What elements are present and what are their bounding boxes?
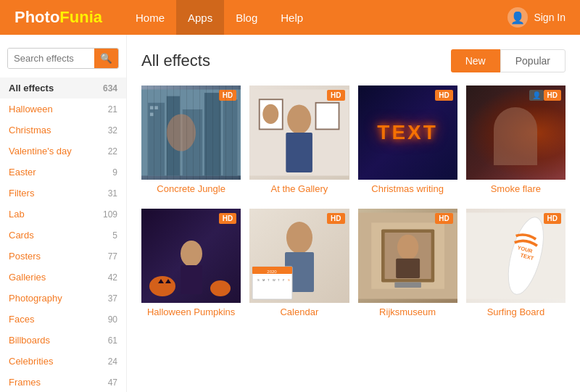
svg-rect-4 — [204, 93, 221, 175]
effect-card-rijksmuseum[interactable]: HD Rijksmuseum — [358, 209, 457, 323]
sidebar-item-count: 9 — [112, 167, 117, 178]
user-icon: 👤 — [508, 7, 528, 28]
sign-in-button[interactable]: 👤 Sign In — [508, 7, 566, 28]
sidebar-item-posters[interactable]: Posters 77 — [0, 246, 126, 267]
svg-rect-3 — [183, 109, 202, 176]
hd-badge: HD — [219, 213, 236, 224]
nav-apps[interactable]: Apps — [176, 0, 224, 35]
sidebar-item-billboards[interactable]: Billboards 61 — [0, 330, 126, 351]
effect-name: Calendar — [249, 306, 349, 323]
search-input[interactable] — [8, 49, 94, 68]
effect-card-smoke-flare[interactable]: HD 👤 Smoke flare — [466, 86, 566, 200]
svg-rect-5 — [223, 99, 238, 175]
sidebar-item-count: 90 — [108, 314, 117, 325]
effect-name: Surfing Board — [466, 306, 566, 323]
svg-rect-2 — [167, 96, 180, 176]
sidebar-item-filters[interactable]: Filters 31 — [0, 183, 126, 204]
sidebar-item-count: 22 — [108, 146, 117, 157]
hd-badge: HD — [327, 90, 344, 101]
effect-name: Rijksmuseum — [358, 306, 457, 323]
svg-rect-0 — [141, 90, 241, 176]
effect-card-calendar[interactable]: 2020 S M T W T F S HD — [249, 209, 349, 323]
effect-thumbnail: TEXT HD — [358, 86, 457, 180]
search-box[interactable]: 🔍 — [7, 48, 119, 69]
sidebar-item-photography[interactable]: Photography 37 — [0, 288, 126, 309]
new-button[interactable]: New — [451, 49, 500, 72]
person-badge: 👤 — [529, 90, 544, 101]
popular-button[interactable]: Popular — [500, 49, 566, 72]
hd-badge: HD — [544, 213, 561, 224]
sidebar-item-label: Christmas — [9, 125, 51, 135]
main-nav: Home Apps Blog Help — [124, 0, 508, 35]
effect-card-concrete-jungle[interactable]: HD Concrete Jungle — [141, 86, 241, 200]
logo-photo: Photo — [14, 8, 59, 27]
sidebar-item-label: Lab — [9, 209, 25, 220]
sidebar-item-celebrities[interactable]: Celebrities 24 — [0, 351, 126, 372]
sidebar-item-frames[interactable]: Frames 47 — [0, 372, 126, 392]
sidebar-item-count: 109 — [103, 209, 117, 220]
sidebar-item-label: All effects — [9, 83, 54, 93]
sidebar-item-label: Billboards — [9, 335, 50, 346]
svg-rect-17 — [181, 265, 202, 294]
effect-name: Smoke flare — [466, 183, 566, 200]
svg-rect-12 — [286, 133, 313, 172]
sidebar-item-label: Cards — [9, 230, 34, 241]
sidebar-item-count: 31 — [108, 188, 117, 199]
effect-card-christmas-writing[interactable]: TEXT HD Christmas writing — [358, 86, 457, 200]
effect-thumbnail: HD 👤 — [466, 86, 566, 180]
sidebar-item-all-effects[interactable]: All effects 634 — [0, 78, 126, 99]
sidebar-item-lab[interactable]: Lab 109 — [0, 204, 126, 225]
sidebar-item-count: 37 — [108, 293, 117, 304]
sidebar-item-christmas[interactable]: Christmas 32 — [0, 120, 126, 141]
svg-rect-8 — [150, 113, 154, 117]
sidebar-item-count: 24 — [108, 356, 117, 367]
effects-grid: HD Concrete Jungle — [141, 86, 566, 323]
nav-help[interactable]: Help — [269, 0, 315, 35]
svg-point-9 — [167, 114, 196, 151]
svg-rect-7 — [154, 106, 158, 109]
sidebar-item-label: Faces — [9, 314, 34, 325]
svg-point-15 — [263, 104, 279, 124]
svg-point-16 — [181, 241, 202, 267]
logo[interactable]: PhotoFunia — [14, 8, 102, 27]
main-header: All effects New Popular — [141, 49, 566, 72]
sort-buttons: New Popular — [451, 49, 566, 72]
hd-badge: HD — [435, 213, 452, 224]
hd-badge: HD — [219, 90, 236, 101]
main-content: All effects New Popular — [127, 35, 580, 392]
svg-rect-41 — [394, 283, 421, 288]
sidebar-item-cards[interactable]: Cards 5 — [0, 225, 126, 246]
effect-thumbnail: HD — [249, 86, 349, 180]
effect-name: Concrete Jungle — [141, 183, 241, 200]
sidebar-item-halloween[interactable]: Halloween 21 — [0, 99, 126, 120]
nav-home[interactable]: Home — [124, 0, 176, 35]
sidebar-item-valentines[interactable]: Valentine's day 22 — [0, 141, 126, 162]
header: PhotoFunia Home Apps Blog Help 👤 Sign In — [0, 0, 580, 35]
search-icon: 🔍 — [100, 53, 112, 64]
svg-point-18 — [149, 276, 175, 296]
sidebar-item-easter[interactable]: Easter 9 — [0, 162, 126, 183]
nav-blog[interactable]: Blog — [224, 0, 269, 35]
hd-badge: HD — [327, 213, 344, 224]
sidebar-item-faces[interactable]: Faces 90 — [0, 309, 126, 330]
sidebar-item-label: Filters — [9, 188, 34, 199]
sign-in-label: Sign In — [534, 12, 566, 23]
sidebar-item-label: Galleries — [9, 272, 46, 283]
effect-thumbnail: HD — [141, 209, 241, 303]
sidebar-item-count: 5 — [112, 230, 117, 241]
sidebar-item-label: Valentine's day — [9, 146, 72, 157]
svg-point-22 — [286, 222, 312, 254]
search-button[interactable]: 🔍 — [94, 49, 118, 68]
sidebar: 🔍 All effects 634 Halloween 21 Christmas… — [0, 35, 127, 392]
effect-thumbnail: YOUR TEXT HD — [466, 209, 566, 303]
sidebar-item-count: 47 — [108, 378, 117, 388]
effect-name: Halloween Pumpkins — [141, 306, 241, 323]
effect-card-surfing-board[interactable]: YOUR TEXT HD Surfing Board — [466, 209, 566, 323]
svg-text:S: S — [288, 278, 290, 282]
effect-thumbnail: HD — [358, 209, 457, 303]
logo-funia: Funia — [59, 8, 102, 27]
svg-rect-6 — [150, 106, 154, 109]
effect-card-halloween-pumpkins[interactable]: HD Halloween Pumpkins — [141, 209, 241, 323]
effect-card-gallery[interactable]: HD At the Gallery — [249, 86, 349, 200]
sidebar-item-galleries[interactable]: Galleries 42 — [0, 267, 126, 288]
